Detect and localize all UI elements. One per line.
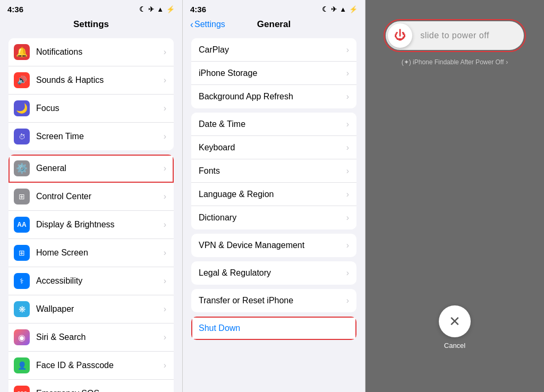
list-item-shutdown[interactable]: Shut Down (191, 317, 356, 340)
list-item-accessibility[interactable]: ⚕ Accessibility › (8, 267, 174, 295)
chevron-dictionary: › (346, 213, 349, 223)
general-group-6: Shut Down (191, 317, 356, 340)
close-icon: ✕ (449, 313, 461, 330)
general-group-4: Legal & Regulatory › (191, 261, 356, 285)
siri-label: Siri & Search (36, 333, 160, 342)
general-icon: ⚙️ (14, 160, 30, 176)
list-item-general[interactable]: ⚙️ General › (8, 155, 174, 183)
time-1: 4:36 (7, 5, 23, 14)
findable-label: (✦) iPhone Findable After Power Off (402, 58, 504, 66)
vpn-label: VPN & Device Management (199, 241, 343, 250)
cancel-button[interactable]: ✕ (439, 305, 471, 337)
power-knob[interactable]: ⏻ (388, 23, 412, 48)
chevron-controlcenter: › (164, 192, 166, 201)
back-label: Settings (194, 20, 225, 29)
controlcenter-icon: ⊞ (14, 189, 30, 204)
settings-list: 🔔 Notifications › 🔊 Sounds & Haptics › 🌙… (0, 34, 182, 392)
wallpaper-label: Wallpaper (36, 304, 160, 314)
bg-refresh-label: Background App Refresh (199, 92, 343, 101)
airplane-icon: ✈ (148, 5, 154, 13)
chevron-homescreen: › (164, 248, 166, 258)
list-item-notifications[interactable]: 🔔 Notifications › (8, 38, 174, 66)
general-label: General (36, 164, 160, 173)
chevron-screentime: › (164, 132, 166, 141)
chevron-wallpaper: › (164, 304, 166, 314)
focus-icon: 🌙 (14, 100, 30, 116)
list-item-bg-refresh[interactable]: Background App Refresh › (191, 85, 356, 108)
list-item-transfer[interactable]: Transfer or Reset iPhone › (191, 289, 356, 312)
chevron-sounds: › (164, 75, 166, 85)
list-item-wallpaper[interactable]: ❋ Wallpaper › (8, 295, 174, 323)
notifications-icon: 🔔 (14, 44, 30, 60)
transfer-label: Transfer or Reset iPhone (199, 296, 343, 305)
list-item-homescreen[interactable]: ⊞ Home Screen › (8, 239, 174, 267)
list-item-fonts[interactable]: Fonts › (191, 159, 356, 183)
list-item-faceid[interactable]: 👤 Face ID & Passcode › (8, 352, 174, 380)
general-list: CarPlay › iPhone Storage › Background Ap… (183, 34, 365, 392)
chevron-fonts: › (346, 166, 349, 176)
homescreen-label: Home Screen (36, 248, 160, 258)
list-item-dictionary[interactable]: Dictionary › (191, 206, 356, 229)
list-item-vpn[interactable]: VPN & Device Management › (191, 234, 356, 257)
display-label: Display & Brightness (36, 220, 160, 229)
chevron-transfer: › (346, 296, 349, 305)
page-title-general: General (257, 19, 291, 30)
list-item-screentime[interactable]: ⏱ Screen Time › (8, 123, 174, 150)
list-item-legal[interactable]: Legal & Regulatory › (191, 261, 356, 285)
settings-group-2: ⚙️ General › ⊞ Control Center › AA Displ… (8, 155, 174, 392)
battery-icon-2: ⚡ (349, 5, 358, 13)
moon-icon-2: ☾ (322, 5, 328, 13)
chevron-language: › (346, 190, 349, 199)
chevron-notifications: › (164, 47, 166, 57)
general-group-3: VPN & Device Management › (191, 234, 356, 257)
iphone-storage-label: iPhone Storage (199, 69, 343, 78)
list-item-controlcenter[interactable]: ⊞ Control Center › (8, 183, 174, 211)
list-item-iphone-storage[interactable]: iPhone Storage › (191, 62, 356, 85)
chevron-faceid: › (164, 361, 166, 370)
list-item-sounds[interactable]: 🔊 Sounds & Haptics › (8, 66, 174, 95)
cancel-container: ✕ Cancel (439, 305, 471, 350)
list-item-carplay[interactable]: CarPlay › (191, 38, 356, 62)
status-icons-2: ☾ ✈ ▲ ⚡ (322, 5, 358, 13)
slide-text: slide to power off (412, 31, 522, 40)
keyboard-label: Keyboard (199, 143, 343, 152)
findable-text[interactable]: (✦) iPhone Findable After Power Off › (402, 58, 508, 66)
list-item-language[interactable]: Language & Region › (191, 183, 356, 206)
general-group-2: Date & Time › Keyboard › Fonts › Languag… (191, 113, 356, 229)
poweroff-panel: ⏻ slide to power off (✦) iPhone Findable… (366, 0, 544, 392)
list-item-focus[interactable]: 🌙 Focus › (8, 95, 174, 123)
fonts-label: Fonts (199, 166, 343, 176)
nav-bar-1: Settings (0, 17, 182, 34)
back-chevron-icon: ‹ (190, 19, 193, 30)
battery-icon: ⚡ (166, 5, 175, 13)
settings-panel: 4:36 ☾ ✈ ▲ ⚡ Settings 🔔 Notifications › … (0, 0, 183, 392)
sos-label: Emergency SOS (36, 389, 160, 392)
chevron-accessibility: › (164, 276, 166, 286)
chevron-keyboard: › (346, 143, 349, 152)
list-item-sos[interactable]: SOS Emergency SOS › (8, 380, 174, 392)
back-button[interactable]: ‹ Settings (190, 19, 225, 30)
status-bar-2: 4:36 ☾ ✈ ▲ ⚡ (183, 0, 365, 17)
list-item-siri[interactable]: ◉ Siri & Search › (8, 323, 174, 352)
screentime-label: Screen Time (36, 132, 160, 141)
carplay-label: CarPlay (199, 45, 343, 55)
settings-group-1: 🔔 Notifications › 🔊 Sounds & Haptics › 🌙… (8, 38, 174, 150)
chevron-focus: › (164, 104, 166, 113)
wifi-icon: ▲ (157, 5, 164, 13)
status-icons-1: ☾ ✈ ▲ ⚡ (139, 5, 175, 13)
slide-to-power-slider[interactable]: ⏻ slide to power off (386, 21, 524, 50)
chevron-legal: › (346, 268, 349, 278)
sos-icon: SOS (14, 386, 30, 392)
sounds-icon: 🔊 (14, 72, 30, 88)
datetime-label: Date & Time (199, 120, 343, 129)
list-item-keyboard[interactable]: Keyboard › (191, 136, 356, 159)
general-panel: 4:36 ☾ ✈ ▲ ⚡ ‹ Settings General CarPlay … (183, 0, 366, 392)
faceid-icon: 👤 (14, 357, 30, 373)
sounds-label: Sounds & Haptics (36, 75, 160, 85)
findable-chevron-icon: › (506, 58, 508, 66)
accessibility-icon: ⚕ (14, 273, 30, 289)
time-2: 4:36 (190, 5, 206, 14)
chevron-datetime: › (346, 120, 349, 129)
list-item-display[interactable]: AA Display & Brightness › (8, 211, 174, 239)
list-item-datetime[interactable]: Date & Time › (191, 113, 356, 136)
